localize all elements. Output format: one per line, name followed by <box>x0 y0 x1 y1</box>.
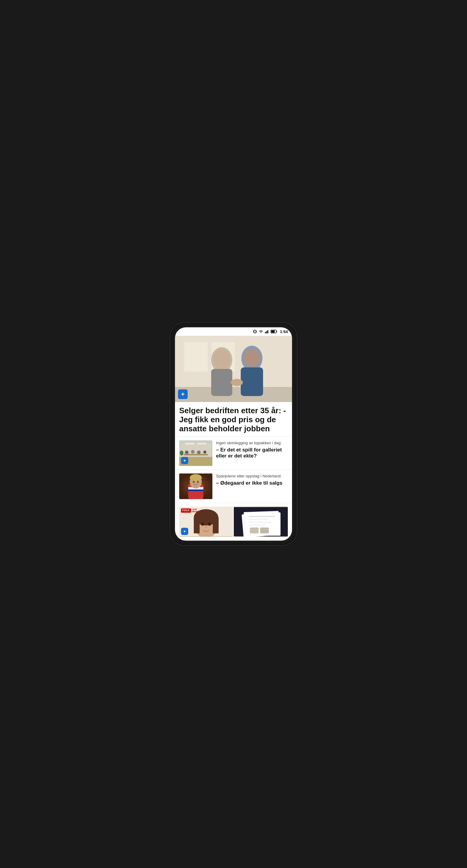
svg-point-40 <box>193 481 195 483</box>
svg-rect-37 <box>188 490 203 491</box>
status-bar: 1:54 <box>175 327 292 336</box>
svg-point-28 <box>191 450 195 454</box>
svg-rect-1 <box>253 331 254 333</box>
phone-screen: 1:54 <box>175 327 292 541</box>
hero-illustration <box>175 336 292 402</box>
folk-logo: FOLK I NYE DRAMMEN <box>181 508 202 513</box>
svg-point-3 <box>261 333 261 333</box>
svg-rect-7 <box>268 330 269 333</box>
battery-icon <box>271 330 277 333</box>
svg-rect-54 <box>248 516 274 517</box>
article-intro-1: Ingen skrinlegging av bypakken i dag: <box>216 440 288 446</box>
svg-rect-46 <box>213 517 218 533</box>
folk-logo-part2: I NYE <box>192 508 203 511</box>
svg-point-30 <box>203 451 206 454</box>
svg-rect-12 <box>184 342 208 372</box>
svg-rect-25 <box>185 443 194 444</box>
grid-article-2[interactable] <box>234 507 288 537</box>
wifi-icon <box>259 330 263 333</box>
svg-point-27 <box>185 451 188 454</box>
time-display: 1:54 <box>280 330 288 334</box>
article-headline-1: – Er det et spill for galleriet eller er… <box>216 447 288 459</box>
screen-content[interactable]: + Selger bedriften etter 35 år: - Jeg fi… <box>175 336 292 541</box>
article-item-2[interactable]: Spanjolene etter oppslag i Nederland: – … <box>175 470 292 503</box>
bottom-nav: Forsiden Sport <box>175 540 292 541</box>
svg-rect-9 <box>271 331 274 333</box>
svg-point-17 <box>213 350 230 369</box>
article-thumb-1: + <box>179 440 212 466</box>
article-text-1: Ingen skrinlegging av bypakken i dag: – … <box>216 440 288 459</box>
svg-point-21 <box>231 379 243 386</box>
svg-rect-55 <box>248 519 269 520</box>
svg-rect-59 <box>260 527 269 533</box>
svg-rect-10 <box>276 331 277 332</box>
svg-rect-56 <box>248 522 271 523</box>
svg-point-32 <box>180 451 183 456</box>
grid-article-1[interactable]: FOLK I NYE DRAMMEN + <box>179 507 233 537</box>
svg-point-29 <box>197 451 201 454</box>
article-item-1[interactable]: + Ingen skrinlegging av bypakken i dag: … <box>175 436 292 470</box>
article-headline-2: – Ødegaard er ikke til salgs <box>216 480 288 486</box>
hero-image: + <box>175 336 292 402</box>
article-intro-2: Spanjolene etter oppslag i Nederland: <box>216 473 288 479</box>
svg-rect-45 <box>194 517 199 533</box>
svg-rect-19 <box>241 367 263 396</box>
svg-point-20 <box>243 349 260 367</box>
svg-point-47 <box>201 522 204 526</box>
vibrate-icon <box>253 330 257 334</box>
svg-rect-58 <box>250 527 259 533</box>
svg-point-39 <box>190 474 202 481</box>
signal-icon <box>265 330 269 333</box>
main-article[interactable]: Selger bedriften etter 35 år: - Jeg fikk… <box>175 402 292 436</box>
article-thumb-2 <box>179 473 212 499</box>
svg-rect-31 <box>184 454 208 456</box>
svg-rect-4 <box>265 332 266 333</box>
folk-logo-part3: DRAMMEN <box>192 510 203 513</box>
svg-rect-16 <box>211 369 232 396</box>
svg-point-41 <box>197 481 199 483</box>
svg-rect-6 <box>267 330 268 333</box>
svg-rect-5 <box>266 331 267 333</box>
plus-badge-hero: + <box>178 390 188 399</box>
football-player-illustration <box>179 473 212 499</box>
status-icons: 1:54 <box>253 330 288 334</box>
plus-badge-1: + <box>181 457 188 464</box>
plus-badge-grid-1: + <box>181 528 188 535</box>
folk-logo-part1: FOLK <box>182 509 190 512</box>
svg-rect-57 <box>248 524 266 525</box>
main-headline-text: Selger bedriften etter 35 år: - Jeg fikk… <box>179 406 288 433</box>
svg-rect-2 <box>256 331 257 333</box>
article-text-2: Spanjolene etter oppslag i Nederland: – … <box>216 473 288 487</box>
svg-rect-26 <box>197 443 206 444</box>
svg-rect-0 <box>254 330 256 333</box>
articles-grid: FOLK I NYE DRAMMEN + <box>175 503 292 540</box>
svg-rect-14 <box>175 387 292 402</box>
phone-frame: 1:54 <box>170 322 297 546</box>
svg-point-48 <box>208 522 211 526</box>
papers-illustration <box>234 507 288 537</box>
